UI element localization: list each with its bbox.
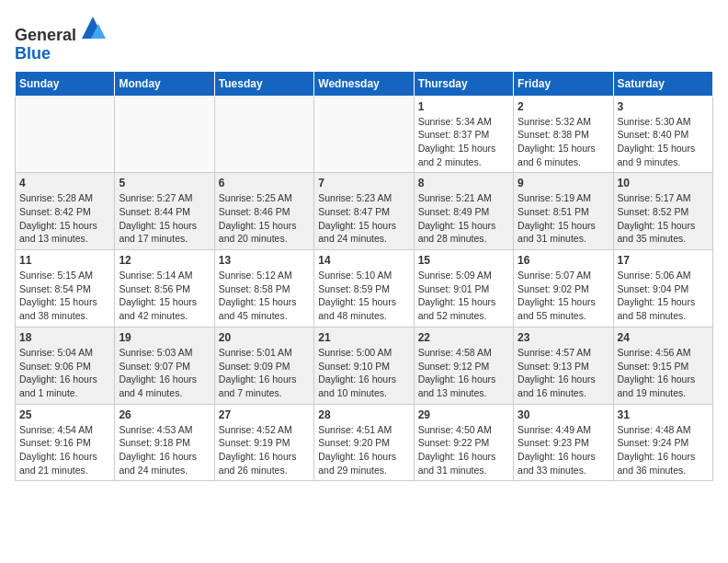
weekday-header-monday: Monday: [115, 71, 214, 96]
day-number: 1: [418, 100, 509, 113]
calendar-cell: 23Sunrise: 4:57 AM Sunset: 9:13 PM Dayli…: [514, 327, 613, 404]
calendar-cell: 1Sunrise: 5:34 AM Sunset: 8:37 PM Daylig…: [414, 96, 513, 173]
day-number: 6: [219, 177, 310, 190]
weekday-header-wednesday: Wednesday: [314, 71, 414, 96]
day-number: 9: [518, 177, 609, 190]
day-number: 31: [618, 408, 709, 421]
day-number: 20: [219, 331, 310, 344]
weekday-header-row: SundayMondayTuesdayWednesdayThursdayFrid…: [16, 71, 713, 96]
day-info: Sunrise: 5:00 AM Sunset: 9:10 PM Dayligh…: [318, 346, 409, 400]
day-number: 24: [618, 331, 709, 344]
calendar-cell: 9Sunrise: 5:19 AM Sunset: 8:51 PM Daylig…: [514, 173, 613, 250]
day-info: Sunrise: 5:10 AM Sunset: 8:59 PM Dayligh…: [318, 269, 409, 323]
day-info: Sunrise: 5:23 AM Sunset: 8:47 PM Dayligh…: [318, 191, 409, 246]
day-info: Sunrise: 5:07 AM Sunset: 9:02 PM Dayligh…: [518, 269, 609, 323]
day-number: 21: [318, 331, 409, 344]
calendar-cell: 29Sunrise: 4:50 AM Sunset: 9:22 PM Dayli…: [414, 404, 513, 481]
calendar-cell: 19Sunrise: 5:03 AM Sunset: 9:07 PM Dayli…: [115, 327, 214, 404]
calendar-cell: 20Sunrise: 5:01 AM Sunset: 9:09 PM Dayli…: [214, 327, 313, 404]
calendar-cell: 2Sunrise: 5:32 AM Sunset: 8:38 PM Daylig…: [514, 96, 613, 173]
day-info: Sunrise: 5:09 AM Sunset: 9:01 PM Dayligh…: [418, 269, 509, 323]
day-number: 8: [418, 177, 509, 190]
day-number: 7: [318, 177, 409, 190]
weekday-header-tuesday: Tuesday: [214, 71, 313, 96]
day-number: 17: [618, 254, 709, 267]
day-info: Sunrise: 5:27 AM Sunset: 8:44 PM Dayligh…: [119, 191, 210, 246]
day-number: 3: [618, 100, 709, 113]
week-row-2: 4Sunrise: 5:28 AM Sunset: 8:42 PM Daylig…: [16, 173, 713, 250]
day-info: Sunrise: 5:14 AM Sunset: 8:56 PM Dayligh…: [119, 269, 210, 323]
day-info: Sunrise: 5:17 AM Sunset: 8:52 PM Dayligh…: [618, 191, 709, 246]
day-info: Sunrise: 5:19 AM Sunset: 8:51 PM Dayligh…: [518, 191, 609, 246]
calendar-cell: 10Sunrise: 5:17 AM Sunset: 8:52 PM Dayli…: [613, 173, 712, 250]
calendar-cell: 12Sunrise: 5:14 AM Sunset: 8:56 PM Dayli…: [115, 250, 214, 327]
day-number: 19: [119, 331, 210, 344]
day-number: 15: [418, 254, 509, 267]
day-number: 2: [518, 100, 609, 113]
calendar-cell: 27Sunrise: 4:52 AM Sunset: 9:19 PM Dayli…: [214, 404, 313, 481]
day-info: Sunrise: 5:12 AM Sunset: 8:58 PM Dayligh…: [219, 269, 310, 323]
day-info: Sunrise: 4:56 AM Sunset: 9:15 PM Dayligh…: [618, 346, 709, 400]
day-number: 4: [19, 177, 110, 190]
calendar-cell: 4Sunrise: 5:28 AM Sunset: 8:42 PM Daylig…: [16, 173, 115, 250]
logo-general: General: [15, 26, 76, 44]
calendar-cell: [16, 96, 115, 173]
day-number: 28: [318, 408, 409, 421]
day-number: 18: [19, 331, 110, 344]
day-info: Sunrise: 5:28 AM Sunset: 8:42 PM Dayligh…: [19, 191, 110, 246]
day-info: Sunrise: 5:15 AM Sunset: 8:54 PM Dayligh…: [19, 269, 110, 323]
weekday-header-saturday: Saturday: [613, 71, 712, 96]
calendar-cell: 26Sunrise: 4:53 AM Sunset: 9:18 PM Dayli…: [115, 404, 214, 481]
calendar-cell: 5Sunrise: 5:27 AM Sunset: 8:44 PM Daylig…: [115, 173, 214, 250]
day-info: Sunrise: 4:53 AM Sunset: 9:18 PM Dayligh…: [119, 423, 210, 477]
calendar-cell: 13Sunrise: 5:12 AM Sunset: 8:58 PM Dayli…: [214, 250, 313, 327]
calendar-cell: 22Sunrise: 4:58 AM Sunset: 9:12 PM Dayli…: [414, 327, 513, 404]
calendar-cell: 8Sunrise: 5:21 AM Sunset: 8:49 PM Daylig…: [414, 173, 513, 250]
day-info: Sunrise: 5:03 AM Sunset: 9:07 PM Dayligh…: [119, 346, 210, 400]
page-header: General Blue: [15, 15, 713, 63]
day-number: 29: [418, 408, 509, 421]
day-number: 5: [119, 177, 210, 190]
day-number: 25: [19, 408, 110, 421]
calendar-cell: 15Sunrise: 5:09 AM Sunset: 9:01 PM Dayli…: [414, 250, 513, 327]
day-number: 22: [418, 331, 509, 344]
calendar-cell: [214, 96, 313, 173]
day-number: 12: [119, 254, 210, 267]
day-number: 27: [219, 408, 310, 421]
calendar-cell: 3Sunrise: 5:30 AM Sunset: 8:40 PM Daylig…: [613, 96, 712, 173]
calendar-cell: 7Sunrise: 5:23 AM Sunset: 8:47 PM Daylig…: [314, 173, 414, 250]
day-info: Sunrise: 4:57 AM Sunset: 9:13 PM Dayligh…: [518, 346, 609, 400]
calendar-cell: 24Sunrise: 4:56 AM Sunset: 9:15 PM Dayli…: [613, 327, 712, 404]
weekday-header-sunday: Sunday: [16, 71, 115, 96]
day-info: Sunrise: 5:25 AM Sunset: 8:46 PM Dayligh…: [219, 191, 310, 246]
day-info: Sunrise: 5:32 AM Sunset: 8:38 PM Dayligh…: [518, 115, 609, 169]
day-info: Sunrise: 5:04 AM Sunset: 9:06 PM Dayligh…: [19, 346, 110, 400]
calendar-cell: 30Sunrise: 4:49 AM Sunset: 9:23 PM Dayli…: [514, 404, 613, 481]
calendar-cell: 21Sunrise: 5:00 AM Sunset: 9:10 PM Dayli…: [314, 327, 414, 404]
day-info: Sunrise: 4:49 AM Sunset: 9:23 PM Dayligh…: [518, 423, 609, 477]
logo-icon: [80, 15, 106, 40]
day-number: 26: [119, 408, 210, 421]
weekday-header-thursday: Thursday: [414, 71, 513, 96]
calendar-cell: 28Sunrise: 4:51 AM Sunset: 9:20 PM Dayli…: [314, 404, 414, 481]
day-number: 23: [518, 331, 609, 344]
week-row-4: 18Sunrise: 5:04 AM Sunset: 9:06 PM Dayli…: [16, 327, 713, 404]
logo: General Blue: [15, 15, 106, 63]
day-info: Sunrise: 5:30 AM Sunset: 8:40 PM Dayligh…: [618, 115, 709, 169]
day-info: Sunrise: 4:54 AM Sunset: 9:16 PM Dayligh…: [19, 423, 110, 477]
day-info: Sunrise: 4:50 AM Sunset: 9:22 PM Dayligh…: [418, 423, 509, 477]
calendar-table: SundayMondayTuesdayWednesdayThursdayFrid…: [15, 71, 713, 482]
day-number: 30: [518, 408, 609, 421]
calendar-cell: 25Sunrise: 4:54 AM Sunset: 9:16 PM Dayli…: [16, 404, 115, 481]
day-number: 16: [518, 254, 609, 267]
day-info: Sunrise: 4:52 AM Sunset: 9:19 PM Dayligh…: [219, 423, 310, 477]
week-row-3: 11Sunrise: 5:15 AM Sunset: 8:54 PM Dayli…: [16, 250, 713, 327]
calendar-cell: 16Sunrise: 5:07 AM Sunset: 9:02 PM Dayli…: [514, 250, 613, 327]
calendar-cell: [115, 96, 214, 173]
week-row-1: 1Sunrise: 5:34 AM Sunset: 8:37 PM Daylig…: [16, 96, 713, 173]
week-row-5: 25Sunrise: 4:54 AM Sunset: 9:16 PM Dayli…: [16, 404, 713, 481]
day-number: 14: [318, 254, 409, 267]
calendar-cell: 6Sunrise: 5:25 AM Sunset: 8:46 PM Daylig…: [214, 173, 313, 250]
day-info: Sunrise: 5:06 AM Sunset: 9:04 PM Dayligh…: [618, 269, 709, 323]
day-info: Sunrise: 4:51 AM Sunset: 9:20 PM Dayligh…: [318, 423, 409, 477]
